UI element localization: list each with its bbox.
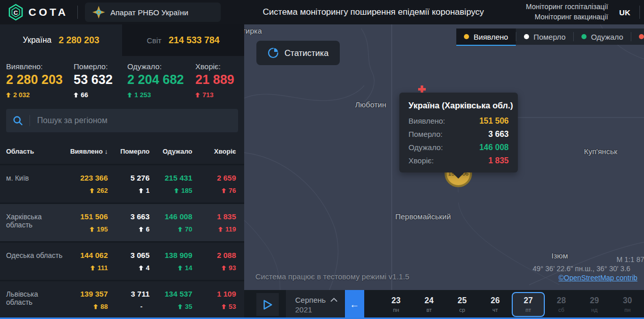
stat-sick: Хворіє: 21 889 713 — [195, 62, 238, 99]
up-arrow-icon — [139, 266, 143, 271]
app-root: C COTA Апарат РНБО України Система моніт… — [0, 0, 644, 319]
region-search[interactable] — [6, 109, 238, 132]
day-cell[interactable]: 23пн — [379, 292, 413, 317]
legend-label: Одужало — [591, 33, 623, 41]
map-city-label: Куп'янськ — [584, 147, 618, 156]
stat-recovered: Одужало: 2 204 682 1 253 — [127, 62, 195, 99]
stat-deaths-value: 53 632 — [74, 72, 123, 87]
svg-text:C: C — [14, 9, 18, 16]
legend-item-sick[interactable]: Хворіє — [631, 28, 644, 45]
stat-sick-delta: 713 — [202, 91, 214, 99]
legend-item-confirmed[interactable]: Виявлено — [456, 28, 516, 45]
cell-deaths: 5 276 — [108, 173, 150, 182]
tab-ukraine[interactable]: Україна 2 280 203 — [0, 24, 122, 56]
col-confirmed-sorted[interactable]: Виявлено ↓ — [63, 148, 108, 155]
cell-sick: 2 659 — [192, 173, 236, 182]
map-coordinates: 49° 36' 22.6" пн.ш., 36° 30' 3.6 — [533, 265, 630, 273]
month-label: Серпень — [295, 296, 326, 304]
day-cell[interactable]: 28сб — [545, 292, 578, 317]
stat-recovered-value: 2 204 682 — [127, 72, 191, 87]
search-divider — [30, 115, 30, 126]
search-icon — [12, 115, 23, 126]
day-cell[interactable]: 30пн — [611, 292, 644, 317]
table-row[interactable]: м. Київ 223 366262 5 2761 215 431185 2 6… — [0, 164, 244, 202]
day-cell[interactable]: 24вт — [413, 292, 446, 317]
map-city-label: Первомайський — [395, 212, 451, 221]
tab-ukraine-value: 2 280 203 — [58, 35, 99, 46]
timeline-back-button[interactable]: ← — [345, 290, 365, 319]
stat-recovered-delta: 1 253 — [134, 91, 151, 99]
up-arrow-icon — [178, 304, 183, 309]
header-links: Моніторинг госпіталізації Моніторинг вак… — [526, 2, 608, 22]
osm-attribution-link[interactable]: ©OpenStreetMap contrib — [559, 274, 637, 282]
org-name: Апарат РНБО України — [110, 8, 188, 17]
brand-name: COTA — [28, 6, 68, 18]
stat-confirmed-value: 2 280 203 — [6, 72, 70, 87]
brand-logo[interactable]: C COTA — [0, 4, 77, 21]
region-name: Одеська область — [6, 251, 63, 272]
col-region[interactable]: Область — [6, 148, 63, 155]
map-city-label: Люботин — [355, 100, 386, 109]
left-arrow-icon: ← — [349, 299, 359, 310]
cell-deaths: 3 711 — [108, 289, 150, 298]
up-arrow-icon — [222, 304, 226, 309]
col-sick[interactable]: Хворіє — [192, 148, 236, 155]
table-row[interactable]: Одеська область 144 062111 3 0654 138 90… — [0, 241, 244, 280]
language-switcher[interactable]: UK — [619, 8, 630, 17]
search-input[interactable] — [37, 116, 232, 125]
left-panel: Україна 2 280 203 Світ 214 533 784 Виявл… — [0, 24, 244, 319]
up-arrow-icon — [195, 93, 200, 98]
table-header: Область Виявлено ↓ Померло Одужало Хворі… — [0, 138, 244, 164]
up-arrow-icon — [174, 188, 179, 193]
legend-item-recovered[interactable]: Одужало — [574, 28, 631, 45]
summary-stats: Виявлено: 2 280 203 2 032 Померло: 53 63… — [0, 56, 244, 99]
table-row[interactable]: Львівська область 139 35788 3 711- 134 5… — [0, 280, 244, 318]
tooltip-label: Померло: — [408, 130, 443, 138]
tab-world[interactable]: Світ 214 533 784 — [122, 24, 244, 56]
cell-recovered: 134 537 — [150, 289, 192, 298]
up-arrow-icon — [222, 266, 226, 271]
cell-deaths: 3 065 — [108, 251, 150, 259]
recovered-dot-icon — [581, 34, 587, 39]
region-name: м. Київ — [6, 173, 63, 194]
chevron-up-icon — [331, 298, 337, 302]
page-title: Система моніторингу поширення епідемії к… — [221, 7, 526, 17]
header-divider-right — [639, 6, 640, 19]
play-button[interactable] — [256, 293, 279, 316]
up-arrow-icon — [94, 304, 98, 309]
region-table: м. Київ 223 366262 5 2761 215 431185 2 6… — [0, 164, 244, 318]
map-canvas[interactable]: тирка Люботин Первомайський Куп'янськ Із… — [244, 24, 644, 319]
up-arrow-icon — [90, 227, 94, 232]
up-arrow-icon — [74, 93, 78, 98]
tab-world-value: 214 533 784 — [168, 35, 219, 46]
month-selector[interactable]: Серпень 2021 — [286, 290, 344, 319]
up-arrow-icon — [90, 188, 94, 193]
tooltip-label: Виявлено: — [408, 117, 445, 125]
cota-hexagon-icon: C — [8, 4, 23, 21]
up-arrow-icon — [178, 266, 183, 271]
legend-item-deaths[interactable]: Померло — [516, 28, 573, 45]
day-cell[interactable]: 25ср — [446, 292, 479, 317]
year-label: 2021 — [295, 305, 344, 314]
col-deaths[interactable]: Померло — [108, 148, 150, 155]
stat-confirmed-delta: 2 032 — [13, 91, 30, 99]
date-timeline: Серпень 2021 ← 23пн 24вт 25ср 26чт 27пт … — [244, 290, 644, 319]
region-name: Харківська область — [6, 212, 63, 233]
link-vaccination[interactable]: Моніторинг вакцинації — [526, 12, 608, 22]
map-city-label: тирка — [244, 26, 262, 35]
col-recovered[interactable]: Одужало — [150, 148, 192, 155]
statistics-button[interactable]: Статистика — [256, 41, 340, 65]
day-cell-selected[interactable]: 27пт — [512, 292, 545, 317]
table-row[interactable]: Харківська область 151 506195 3 6636 146… — [0, 202, 244, 241]
link-hospitalization[interactable]: Моніторинг госпіталізації — [526, 2, 608, 12]
map-scale: М 1:1 87 — [617, 255, 644, 264]
stat-recovered-label: Одужало: — [127, 62, 191, 71]
statistics-button-label: Статистика — [284, 48, 329, 58]
test-mode-note: Система працює в тестовому режимі v1.1.5 — [255, 272, 409, 281]
tooltip-value: 3 663 — [488, 130, 509, 139]
day-cell[interactable]: 26чт — [479, 292, 512, 317]
day-cell[interactable]: 29нд — [578, 292, 611, 317]
deaths-dot-icon — [524, 34, 529, 39]
cell-deaths: 3 663 — [108, 212, 150, 221]
up-arrow-icon — [222, 188, 226, 193]
